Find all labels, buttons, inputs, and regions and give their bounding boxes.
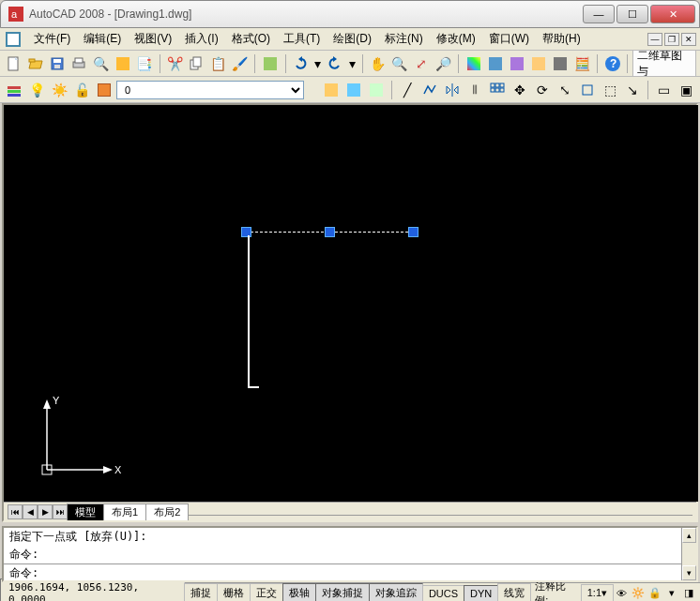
open-button[interactable] [25, 53, 45, 74]
pan-button[interactable]: ✋ [368, 53, 388, 74]
lock-ui-icon[interactable]: 🔒 [647, 586, 662, 601]
layer-combo[interactable]: 0 [116, 81, 304, 99]
undo-button[interactable] [290, 53, 310, 74]
status-grid[interactable]: 栅格 [217, 583, 251, 601]
layer-properties-button[interactable] [4, 80, 24, 100]
menu-window[interactable]: 窗口(W) [483, 29, 535, 49]
mdi-restore-button[interactable]: ❐ [664, 33, 679, 46]
command-window[interactable]: 指定下一点或 [放弃(U)]: 命令: 命令: ▴ ▾ [2, 526, 698, 582]
zoom-previous-button[interactable]: 🔎 [434, 53, 453, 74]
line-horizontal[interactable] [248, 386, 259, 388]
tabs-next-button[interactable]: ▶ [38, 504, 53, 519]
move-button[interactable]: ✥ [510, 80, 530, 100]
new-button[interactable] [4, 53, 23, 74]
markup-set-button[interactable] [529, 53, 549, 74]
menu-tools[interactable]: 工具(T) [278, 29, 326, 49]
grip-mid[interactable] [326, 228, 334, 236]
status-ducs[interactable]: DUCS [422, 585, 464, 602]
make-block-button[interactable]: ▣ [676, 80, 696, 100]
layer-previous-button[interactable] [321, 80, 342, 100]
scale-button[interactable]: ⤡ [555, 80, 575, 100]
copy-button[interactable] [187, 53, 206, 74]
command-prompt[interactable]: 命令: [4, 564, 696, 582]
menu-label[interactable]: 标注(N) [379, 29, 429, 49]
drawing-canvas[interactable]: Y X [4, 105, 698, 502]
anno-visibility-icon[interactable]: 👁 [614, 586, 629, 601]
tabs-prev-button[interactable]: ◀ [23, 504, 38, 519]
scroll-up-button[interactable]: ▴ [682, 528, 696, 543]
rotate-button[interactable]: ⟳ [532, 80, 553, 100]
explode-button[interactable]: ⬚ [600, 80, 620, 100]
zoom-realtime-button[interactable]: 🔍 [389, 53, 409, 74]
color-icon[interactable] [94, 80, 114, 100]
menu-help[interactable]: 帮助(H) [537, 29, 586, 49]
menu-edit[interactable]: 编辑(E) [78, 29, 127, 49]
properties-button[interactable] [464, 53, 483, 74]
redo-dropdown[interactable]: ▾ [347, 53, 358, 74]
cut-button[interactable]: ✂️ [164, 53, 184, 74]
sun-icon[interactable]: ☀️ [49, 80, 69, 100]
match-props-button[interactable]: 🖌️ [230, 53, 250, 74]
mdi-close-button[interactable]: ✕ [681, 33, 696, 46]
status-ortho[interactable]: 正交 [250, 583, 283, 601]
offset-button[interactable]: ⫴ [464, 80, 485, 100]
status-lwt[interactable]: 线宽 [497, 583, 531, 601]
anno-auto-icon[interactable]: 🔆 [631, 586, 646, 601]
window-maximize-button[interactable]: ☐ [616, 5, 648, 23]
menu-insert[interactable]: 插入(I) [179, 29, 223, 49]
calculator-button[interactable]: 🧮 [572, 53, 592, 74]
mirror-button[interactable] [442, 80, 463, 100]
tabs-last-button[interactable]: ⏭ [53, 504, 68, 519]
status-tray-icon[interactable]: ▾ [664, 586, 679, 601]
tab-layout2[interactable]: 布局2 [145, 503, 189, 520]
menu-view[interactable]: 视图(V) [129, 29, 177, 49]
lock-icon[interactable]: 🔓 [71, 80, 92, 100]
menu-format[interactable]: 格式(O) [226, 29, 276, 49]
document-icon[interactable] [6, 32, 21, 47]
scroll-down-button[interactable]: ▾ [682, 565, 696, 580]
clean-screen-icon[interactable]: ◨ [681, 586, 696, 601]
design-center-button[interactable] [485, 53, 505, 74]
status-dyn[interactable]: DYN [464, 585, 498, 602]
publish-button[interactable] [113, 53, 132, 74]
line-vertical[interactable] [248, 235, 250, 388]
block-editor-button[interactable] [260, 53, 280, 74]
quickcalc-button[interactable] [551, 53, 571, 74]
layer-iso-button[interactable] [366, 80, 387, 100]
polyline-tool-button[interactable] [419, 80, 440, 100]
tab-layout1[interactable]: 布局1 [103, 503, 146, 520]
layer-states-button[interactable] [343, 80, 364, 100]
mdi-minimize-button[interactable]: — [647, 33, 662, 46]
grip-end[interactable] [409, 228, 418, 236]
sheet-set-button[interactable]: 📑 [134, 53, 154, 74]
menu-file[interactable]: 文件(F) [28, 29, 76, 49]
zoom-window-button[interactable]: ⤢ [412, 53, 432, 74]
redo-button[interactable] [325, 53, 344, 74]
array-button[interactable] [487, 80, 508, 100]
tool-palettes-button[interactable] [507, 53, 526, 74]
tabs-first-button[interactable]: ⏮ [8, 504, 23, 519]
trim-button[interactable] [577, 80, 598, 100]
window-minimize-button[interactable]: — [583, 5, 615, 23]
status-otrack[interactable]: 对象追踪 [369, 583, 423, 601]
status-osnap[interactable]: 对象捕捉 [315, 583, 370, 601]
save-button[interactable] [47, 53, 67, 74]
status-polar[interactable]: 极轴 [282, 583, 316, 601]
plot-button[interactable] [69, 53, 89, 74]
plot-preview-button[interactable]: 🔍 [91, 53, 111, 74]
status-snap[interactable]: 捕捉 [184, 583, 218, 601]
erase-button[interactable]: ↘ [622, 80, 643, 100]
status-anno-value[interactable]: 1:1▾ [581, 584, 614, 601]
line-tool-button[interactable]: ╱ [397, 80, 418, 100]
command-scrollbar[interactable]: ▴ ▾ [681, 528, 696, 580]
paste-button[interactable]: 📋 [208, 53, 228, 74]
insert-block-button[interactable]: ▭ [653, 80, 674, 100]
undo-dropdown[interactable]: ▾ [312, 53, 324, 74]
tab-model[interactable]: 模型 [67, 503, 104, 520]
window-close-button[interactable]: ✕ [650, 5, 695, 23]
menu-draw[interactable]: 绘图(D) [327, 29, 377, 49]
menu-modify[interactable]: 修改(M) [431, 29, 481, 49]
workspace-label[interactable]: 二维草图与 [632, 51, 696, 77]
help-button[interactable]: ? [602, 53, 622, 74]
bulb-icon[interactable]: 💡 [26, 80, 47, 100]
